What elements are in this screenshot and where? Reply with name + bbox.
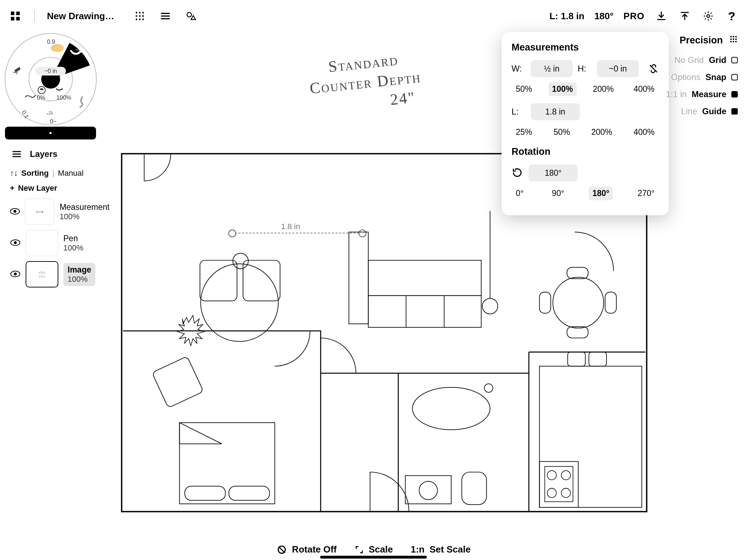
svg-point-66: [561, 488, 571, 498]
checkbox-icon[interactable]: [731, 57, 738, 63]
handwriting-note: Standard Counter Depth 24": [307, 48, 424, 118]
status-angle[interactable]: 180°: [594, 11, 614, 22]
svg-rect-1: [16, 12, 20, 15]
precision-row-grid[interactable]: No Grid Grid: [666, 55, 738, 65]
bottom-toolbar: Rotate Off Scale 1:n Set Scale: [0, 544, 747, 555]
grid-dots-icon[interactable]: [133, 9, 147, 23]
svg-rect-61: [540, 461, 578, 507]
svg-point-12: [142, 19, 144, 20]
scale-option[interactable]: 100%: [549, 82, 577, 96]
l-scale-options: 25% 50% 200% 400%: [512, 125, 658, 139]
rotation-option[interactable]: 90°: [548, 186, 568, 200]
layers-title: Layers: [30, 149, 57, 159]
layer-thumb: ⟼: [25, 199, 54, 225]
svg-point-35: [201, 264, 278, 342]
pro-badge[interactable]: PRO: [624, 11, 645, 22]
opacity-left: 0%: [37, 94, 46, 101]
set-scale-button[interactable]: 1:n Set Scale: [410, 544, 471, 555]
scale-option[interactable]: 400%: [630, 82, 658, 96]
plus-icon: +: [10, 184, 15, 193]
svg-point-25: [49, 111, 51, 112]
svg-rect-60: [540, 366, 642, 507]
svg-rect-68: [589, 352, 606, 366]
rotation-title: Rotation: [512, 146, 659, 157]
svg-rect-54: [152, 356, 203, 408]
rotation-option[interactable]: 180°: [589, 186, 613, 200]
svg-rect-67: [568, 352, 586, 366]
svg-point-22: [49, 113, 51, 115]
svg-rect-37: [243, 260, 280, 301]
precision-row-measure[interactable]: 1:1 in Measure: [666, 89, 738, 99]
rotation-option[interactable]: 0°: [512, 186, 527, 200]
status-length[interactable]: L: 1.8 in: [550, 11, 584, 22]
svg-rect-57: [462, 472, 486, 504]
svg-rect-40: [368, 296, 481, 327]
rotate-icon[interactable]: [512, 167, 524, 179]
precision-title: Precision: [679, 35, 723, 46]
svg-rect-39: [349, 232, 369, 324]
svg-point-7: [136, 15, 137, 17]
svg-point-5: [139, 12, 141, 14]
svg-point-23: [52, 113, 53, 115]
svg-point-10: [136, 19, 137, 20]
scale-option[interactable]: 200%: [589, 82, 618, 96]
svg-point-56: [484, 384, 493, 392]
svg-point-73: [733, 38, 734, 40]
rotate-toggle[interactable]: Rotate Off: [276, 544, 337, 555]
scale-option[interactable]: 50%: [512, 82, 536, 96]
measurements-title: Measurements: [512, 42, 659, 53]
svg-rect-2: [11, 17, 15, 21]
checkbox-icon[interactable]: [731, 74, 738, 80]
scale-button[interactable]: Scale: [355, 544, 393, 555]
svg-point-63: [547, 471, 556, 480]
svg-rect-49: [540, 292, 551, 313]
measurements-popover: Measurements W: ½ in H: ~0 in 50% 100% 2…: [502, 32, 669, 215]
wh-scale-options: 50% 100% 200% 400%: [512, 82, 658, 96]
visibility-toggle-icon[interactable]: [10, 238, 21, 248]
svg-point-30: [14, 210, 16, 213]
rotation-option[interactable]: 270°: [634, 186, 658, 200]
upload-icon[interactable]: [678, 9, 692, 23]
h-label: H:: [578, 64, 592, 74]
svg-text:0~: 0~: [50, 118, 57, 125]
unlink-icon[interactable]: [648, 63, 659, 74]
layer-thumb: [26, 230, 58, 256]
svg-point-9: [142, 15, 144, 17]
home-grid-icon[interactable]: [9, 9, 22, 23]
scale-option[interactable]: 25%: [512, 125, 536, 139]
svg-point-8: [139, 15, 141, 17]
svg-rect-51: [180, 423, 275, 504]
gear-icon[interactable]: [701, 9, 715, 23]
drawing-title[interactable]: New Drawing I...: [47, 11, 115, 22]
svg-point-74: [735, 38, 737, 40]
home-indicator: [320, 556, 427, 559]
layers-menu-icon[interactable]: [10, 147, 23, 161]
rotation-field[interactable]: 180°: [529, 164, 578, 181]
height-field[interactable]: ~0 in: [597, 60, 639, 77]
svg-point-34: [14, 273, 17, 275]
opacity-right: 100%: [57, 94, 71, 101]
drag-dots-icon[interactable]: [729, 35, 738, 46]
svg-point-59: [419, 481, 438, 500]
lines-icon[interactable]: [159, 9, 172, 23]
scale-option[interactable]: 400%: [630, 125, 658, 139]
length-field[interactable]: 1.8 in: [531, 103, 580, 120]
svg-rect-0: [11, 12, 15, 15]
svg-point-64: [561, 471, 571, 480]
svg-rect-52: [185, 486, 225, 501]
checkbox-icon[interactable]: [731, 91, 738, 97]
scale-option[interactable]: 50%: [550, 125, 573, 139]
precision-row-snap[interactable]: Options Snap: [666, 72, 738, 82]
checkbox-icon[interactable]: [731, 108, 738, 115]
scale-option[interactable]: 200%: [588, 125, 616, 139]
help-icon[interactable]: ?: [725, 9, 738, 23]
wheel-val: 0.9: [47, 38, 55, 45]
svg-point-69: [730, 36, 732, 37]
visibility-toggle-icon[interactable]: [10, 207, 20, 217]
width-field[interactable]: ½ in: [531, 60, 573, 77]
download-icon[interactable]: [655, 9, 668, 23]
rotation-options: 0° 90° 180° 270°: [512, 186, 658, 200]
precision-row-guide[interactable]: Line Guide: [666, 106, 738, 116]
shapes-tool-icon[interactable]: [184, 9, 198, 23]
visibility-toggle-icon[interactable]: [10, 269, 21, 279]
